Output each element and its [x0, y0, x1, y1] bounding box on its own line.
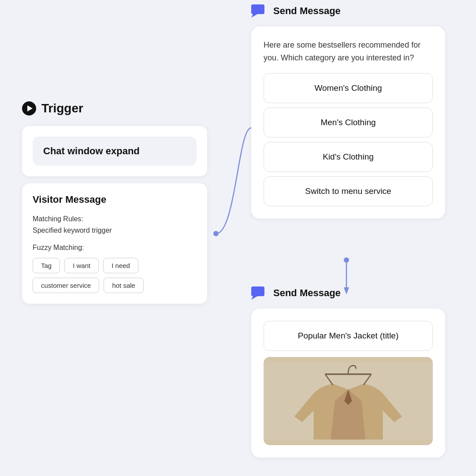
chat-icon — [251, 4, 267, 18]
right-panel-second: Send Message Popular Men's Jacket (title… — [251, 286, 445, 457]
chat-window-card: Chat window expand — [33, 137, 197, 166]
left-panel: Trigger Chat window expand Visitor Messa… — [22, 101, 207, 311]
chat-icon-2 — [251, 286, 267, 300]
svg-marker-5 — [251, 14, 257, 18]
svg-marker-7 — [251, 296, 257, 300]
message-card: Here are some bestsellers recommended fo… — [251, 26, 445, 219]
svg-point-2 — [344, 257, 349, 263]
tag-item[interactable]: hot sale — [104, 278, 144, 293]
matching-rules-label: Matching Rules: — [33, 215, 83, 223]
tag-item[interactable]: I need — [103, 258, 138, 273]
play-icon — [22, 101, 36, 115]
trigger-title: Trigger — [41, 101, 83, 115]
matching-rules-text: Matching Rules: Specified keyword trigge… — [33, 213, 197, 236]
second-send-message-title: Send Message — [273, 287, 341, 299]
visitor-message-card: Visitor Message Matching Rules: Specifie… — [22, 183, 207, 304]
svg-rect-6 — [251, 286, 264, 296]
option-mens-clothing[interactable]: Men's Clothing — [264, 108, 433, 138]
send-message-header: Send Message — [251, 4, 445, 18]
tag-item[interactable]: Tag — [33, 258, 60, 273]
matching-rules-value: Specified keyword trigger — [33, 227, 112, 234]
tag-item[interactable]: customer service — [33, 278, 99, 293]
visitor-card-title: Visitor Message — [33, 194, 197, 205]
send-message-title: Send Message — [273, 5, 341, 17]
svg-point-0 — [213, 231, 219, 236]
tag-item[interactable]: I want — [64, 258, 99, 273]
message-text: Here are some bestsellers recommended fo… — [264, 39, 433, 64]
option-kids-clothing[interactable]: Kid's Clothing — [264, 142, 433, 172]
second-message-card: Popular Men's Jacket (title) — [251, 309, 445, 457]
product-image — [264, 357, 433, 445]
trigger-card: Chat window expand — [22, 126, 207, 176]
right-panel-first: Send Message Here are some bestsellers r… — [251, 4, 445, 219]
option-womens-clothing[interactable]: Women's Clothing — [264, 73, 433, 103]
option-menu-service[interactable]: Switch to menu service — [264, 176, 433, 206]
fuzzy-matching-label: Fuzzy Matching: — [33, 244, 197, 252]
svg-rect-4 — [251, 4, 264, 14]
chat-window-label: Chat window expand — [43, 145, 140, 156]
product-title-btn[interactable]: Popular Men's Jacket (title) — [264, 321, 433, 351]
tags-row: Tag I want I need customer service hot s… — [33, 258, 197, 293]
trigger-header: Trigger — [22, 101, 207, 115]
second-send-message-header: Send Message — [251, 286, 445, 300]
